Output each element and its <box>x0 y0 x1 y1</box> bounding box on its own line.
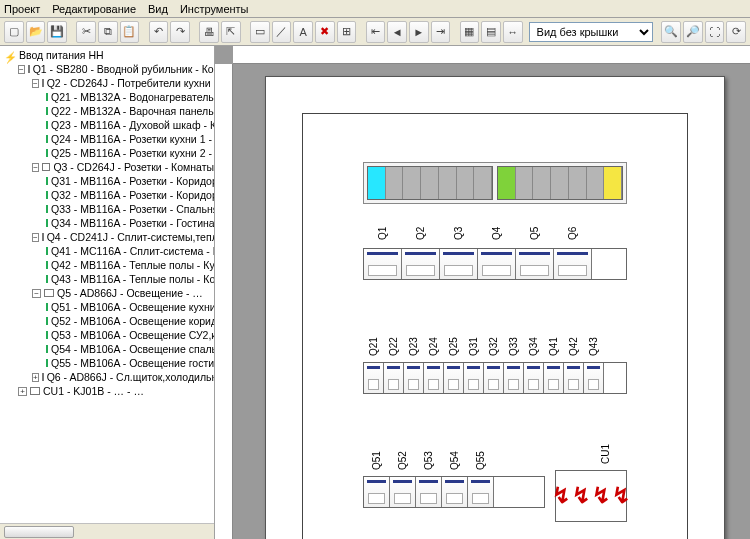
tree-label: Q42 - MB116A - Теплые полы - Кух… <box>51 258 214 272</box>
device-icon <box>46 317 48 325</box>
tree-item[interactable]: Q34 - MB116A - Розетки - Гостина… <box>46 216 214 230</box>
device-icon <box>46 121 48 129</box>
breaker-q31 <box>464 363 484 393</box>
tree-item[interactable]: Q22 - MB132A - Варочная панель - … <box>46 104 214 118</box>
view-mode-select[interactable]: Вид без крышки <box>529 22 654 42</box>
breaker-label: Q31 <box>463 334 483 360</box>
drawing-canvas[interactable]: Q1Q2Q3Q4Q5Q6 Q21Q22Q23Q24Q25Q31Q32Q33Q34… <box>215 46 750 539</box>
tree-label: Q53 - MB106A - Освещение СУ2,кл… <box>51 328 214 342</box>
ruler-vertical <box>215 64 233 539</box>
dimension-button[interactable]: ↔ <box>503 21 523 43</box>
tree-item[interactable]: Q53 - MB106A - Освещение СУ2,кл… <box>46 328 214 342</box>
lightning-icon: ↯ <box>592 483 610 509</box>
collapse-icon[interactable]: − <box>32 289 41 298</box>
tree-item[interactable]: Q43 - MB116A - Теплые полы - Кор… <box>46 272 214 286</box>
breaker-label: Q43 <box>583 334 603 360</box>
breaker-label: Q22 <box>383 334 403 360</box>
zoom-fit-button[interactable]: ⛶ <box>705 21 725 43</box>
tree-item-q6[interactable]: + Q6 - AD866J - Сл.щиток,холодильник - … <box>32 370 214 384</box>
copy-button[interactable]: ⧉ <box>98 21 118 43</box>
menu-view[interactable]: Вид <box>148 3 168 15</box>
ruler-horizontal <box>233 46 750 64</box>
tree-item[interactable]: Q23 - MB116A - Духовой шкаф - Ку… <box>46 118 214 132</box>
device-icon <box>46 261 48 269</box>
nav-prev-button[interactable]: ◄ <box>387 21 407 43</box>
tree-item-cu1[interactable]: + CU1 - KJ01B - … - … <box>18 384 214 398</box>
tree-label: Q6 - AD866J - Сл.щиток,холодильник - … <box>47 370 214 384</box>
device-icon <box>46 135 48 143</box>
tree-item[interactable]: Q33 - MB116A - Розетки - Спальня… <box>46 202 214 216</box>
nav-next-button[interactable]: ► <box>409 21 429 43</box>
tree-item[interactable]: Q24 - MB116A - Розетки кухни 1 - К… <box>46 132 214 146</box>
tree-label: Q55 - MB106A - Освещение гостин… <box>51 356 214 370</box>
bolt-icon: ⚡ <box>4 50 16 60</box>
project-tree[interactable]: ⚡ Ввод питания НН − Q1 - SB280 - Вводной… <box>0 46 214 523</box>
undo-button[interactable]: ↶ <box>149 21 169 43</box>
symbol-tool[interactable]: ✖ <box>315 21 335 43</box>
tree-label: Q51 - MB106A - Освещение кухни … <box>51 300 214 314</box>
tree-item-q5[interactable]: − Q5 - AD866J - Освещение - … <box>32 286 214 300</box>
tree-item-q2[interactable]: − Q2 - CD264J - Потребители кухни - Кух… <box>32 76 214 90</box>
cut-button[interactable]: ✂ <box>76 21 96 43</box>
device-icon <box>46 191 48 199</box>
tree-root[interactable]: ⚡ Ввод питания НН <box>4 48 214 62</box>
text-tool[interactable]: A <box>293 21 313 43</box>
menu-edit[interactable]: Редактирование <box>52 3 136 15</box>
menu-tools[interactable]: Инструменты <box>180 3 249 15</box>
select-tool[interactable]: ▭ <box>250 21 270 43</box>
tree-item[interactable]: Q31 - MB116A - Розетки - Коридор <box>46 174 214 188</box>
nav-last-button[interactable]: ⇥ <box>431 21 451 43</box>
collapse-icon[interactable]: − <box>32 233 39 242</box>
device-icon <box>42 163 50 171</box>
tree-item[interactable]: Q54 - MB106A - Освещение спальн… <box>46 342 214 356</box>
save-button[interactable]: 💾 <box>47 21 67 43</box>
tree-label: Q41 - MC116A - Сплит-система - Го… <box>51 244 214 258</box>
collapse-icon[interactable]: − <box>32 163 39 172</box>
breaker-label: Q1 <box>363 220 401 246</box>
expand-icon[interactable]: + <box>18 387 27 396</box>
tree-item[interactable]: Q52 - MB106A - Освещение коридо… <box>46 314 214 328</box>
tree-item-q3[interactable]: − Q3 - CD264J - Розетки - Комнаты <box>32 160 214 174</box>
tree-item[interactable]: Q42 - MB116A - Теплые полы - Кух… <box>46 258 214 272</box>
breaker-q2 <box>402 249 440 279</box>
breaker-q3 <box>440 249 478 279</box>
tree-label: Q34 - MB116A - Розетки - Гостина… <box>51 216 214 230</box>
collapse-icon[interactable]: − <box>18 65 25 74</box>
line-tool[interactable]: ／ <box>272 21 292 43</box>
device-icon <box>46 149 48 157</box>
breaker-q24 <box>424 363 444 393</box>
tree-item[interactable]: Q32 - MB116A - Розетки - Коридор <box>46 188 214 202</box>
new-button[interactable]: ▢ <box>4 21 24 43</box>
tree-item[interactable]: Q25 - MB116A - Розетки кухни 2 - К… <box>46 146 214 160</box>
table-tool[interactable]: ⊞ <box>337 21 357 43</box>
device-icon <box>46 331 48 339</box>
tree-item[interactable]: Q21 - MB132A - Водонагреватель - … <box>46 90 214 104</box>
tree-label: Q5 - AD866J - Освещение - … <box>57 286 203 300</box>
breaker-label: Q32 <box>483 334 503 360</box>
layout-button[interactable]: ▦ <box>460 21 480 43</box>
expand-icon[interactable]: + <box>32 373 39 382</box>
breaker-q25 <box>444 363 464 393</box>
tree-hscrollbar[interactable] <box>0 523 214 539</box>
nav-first-button[interactable]: ⇤ <box>366 21 386 43</box>
zoom-out-button[interactable]: 🔎 <box>683 21 703 43</box>
collapse-icon[interactable]: − <box>32 79 39 88</box>
breaker-q1 <box>364 249 402 279</box>
grid-button[interactable]: ▤ <box>481 21 501 43</box>
tree-item-q4[interactable]: − Q4 - CD241J - Сплит-системы,теплые … <box>32 230 214 244</box>
print-button[interactable]: 🖶 <box>199 21 219 43</box>
tree-item[interactable]: Q41 - MC116A - Сплит-система - Го… <box>46 244 214 258</box>
device-icon <box>46 205 48 213</box>
tree-item[interactable]: Q51 - MB106A - Освещение кухни … <box>46 300 214 314</box>
redo-button[interactable]: ↷ <box>170 21 190 43</box>
zoom-in-button[interactable]: 🔍 <box>661 21 681 43</box>
export-button[interactable]: ⇱ <box>221 21 241 43</box>
breaker-q4 <box>478 249 516 279</box>
breaker-label: Q52 <box>389 448 415 474</box>
tree-item-q1[interactable]: − Q1 - SB280 - Вводной рубильник - Корид… <box>18 62 214 76</box>
refresh-button[interactable]: ⟳ <box>726 21 746 43</box>
paste-button[interactable]: 📋 <box>120 21 140 43</box>
open-button[interactable]: 📂 <box>26 21 46 43</box>
menu-project[interactable]: Проект <box>4 3 40 15</box>
tree-item[interactable]: Q55 - MB106A - Освещение гостин… <box>46 356 214 370</box>
